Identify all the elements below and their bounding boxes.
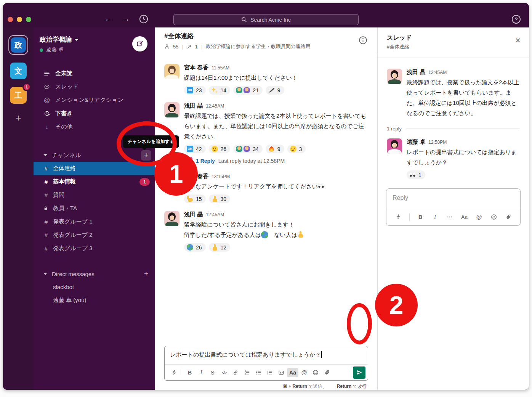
reaction-pill[interactable]: 42 bbox=[184, 145, 206, 153]
dm-section-header[interactable]: Direct messages + bbox=[34, 267, 155, 280]
avatar[interactable] bbox=[164, 211, 179, 226]
avatar[interactable] bbox=[164, 102, 179, 117]
sidebar-item-all-unreads[interactable]: 全未読 bbox=[34, 67, 155, 80]
channel-title: #全体連絡 bbox=[164, 32, 368, 40]
message-timestamp[interactable]: 12:45AM bbox=[206, 212, 224, 217]
smirk-emoji bbox=[290, 146, 296, 152]
hint-shortcut: ⌘ + Return bbox=[283, 384, 307, 389]
avatar[interactable] bbox=[164, 64, 179, 79]
sidebar-item-threads[interactable]: スレッド bbox=[34, 80, 155, 93]
history-clock-icon[interactable] bbox=[139, 14, 149, 24]
pin-count[interactable]: 1 bbox=[195, 44, 198, 50]
reaction-pill[interactable]: 23 bbox=[184, 86, 206, 95]
message-author[interactable]: 浅田 晶 bbox=[184, 211, 203, 218]
workspace-switcher-literature[interactable]: 文 bbox=[8, 61, 28, 81]
message-timestamp[interactable]: 11:55AM bbox=[212, 65, 229, 71]
add-dm-button[interactable]: + bbox=[141, 269, 151, 279]
pin-icon[interactable] bbox=[187, 44, 192, 49]
reaction-pill[interactable]: 9 bbox=[266, 145, 284, 153]
reaction-pill[interactable]: 3 bbox=[287, 145, 306, 153]
mention-button[interactable]: @ bbox=[473, 212, 485, 222]
emoji-picker-icon[interactable] bbox=[310, 367, 321, 378]
info-icon[interactable] bbox=[359, 36, 367, 45]
channel-item-shitsumon[interactable]: # 質問 bbox=[34, 188, 155, 202]
link-icon[interactable] bbox=[230, 367, 241, 378]
workspace-switcher-politics[interactable]: 政 bbox=[8, 35, 28, 55]
reply-input[interactable]: Reply bbox=[386, 189, 520, 208]
message-timestamp[interactable]: 13:15PM bbox=[212, 174, 230, 179]
reaction-pill[interactable]: 26 bbox=[184, 243, 206, 252]
new-message-button[interactable] bbox=[132, 36, 147, 51]
blockquote-icon[interactable] bbox=[264, 367, 276, 378]
reaction-count: 21 bbox=[253, 87, 259, 93]
emoji-picker-icon[interactable] bbox=[488, 212, 500, 222]
members-icon[interactable] bbox=[164, 44, 170, 49]
channel-name: 全体連絡 bbox=[53, 165, 76, 172]
reaction-pill[interactable]: 12 bbox=[209, 243, 231, 252]
reaction-pill[interactable]: 26 bbox=[209, 145, 231, 153]
sidebar-item-mentions[interactable]: @ メンション&リアクション bbox=[34, 93, 155, 107]
message-timestamp[interactable]: 12:45AM bbox=[428, 70, 447, 75]
reaction-pill[interactable]: 9 bbox=[266, 86, 284, 95]
avatar[interactable] bbox=[387, 138, 402, 154]
code-block-icon[interactable] bbox=[276, 367, 287, 378]
message-timestamp[interactable]: 12:58PM bbox=[428, 140, 447, 145]
close-icon[interactable]: × bbox=[515, 36, 521, 45]
channel-item-happyo-group-3[interactable]: # 発表グループ 3 bbox=[34, 242, 155, 255]
format-toggle-button[interactable]: Aa bbox=[287, 368, 298, 377]
channel-item-happyo-group-1[interactable]: # 発表グループ 1 bbox=[34, 215, 155, 228]
avatar[interactable] bbox=[387, 69, 402, 84]
channel-item-kihon-joho[interactable]: # 基本情報 1 bbox=[34, 175, 155, 188]
reaction-pill[interactable]: 34 bbox=[233, 145, 263, 153]
message-author[interactable]: 浅田 晶 bbox=[184, 102, 203, 109]
shortcuts-lightning-icon[interactable] bbox=[393, 212, 404, 222]
message-author[interactable]: 浅田 晶 bbox=[407, 69, 425, 76]
history-forward-button[interactable]: → bbox=[120, 14, 131, 24]
message-composer: レポートの提出書式については指定ありますでしょうか？ B I S </> 12 … bbox=[164, 346, 368, 381]
reaction-pill[interactable]: 15 bbox=[184, 194, 206, 203]
sidebar-item-drafts[interactable]: 下書き bbox=[34, 107, 155, 120]
dm-item-slackbot[interactable]: slackbot bbox=[34, 280, 155, 294]
ordered-list-icon[interactable]: 12 bbox=[241, 367, 253, 378]
reaction-pill[interactable]: 21 bbox=[233, 86, 263, 95]
bullet-list-icon[interactable] bbox=[253, 367, 264, 378]
workspace-switcher-engineering[interactable]: 1 工 bbox=[8, 85, 28, 105]
bold-button[interactable]: B bbox=[415, 212, 426, 222]
channel-item-happyo-group-2[interactable]: # 発表グループ 2 bbox=[34, 228, 155, 242]
minimize-window-button[interactable] bbox=[17, 17, 22, 22]
format-toggle-button[interactable]: Aa bbox=[459, 212, 470, 222]
bowing-people-emoji bbox=[236, 87, 250, 93]
thread-channel-name: #全体連絡 bbox=[387, 43, 520, 50]
message-input[interactable]: レポートの提出書式については指定ありますでしょうか？ bbox=[165, 346, 368, 364]
mention-button[interactable]: @ bbox=[298, 367, 310, 378]
code-button[interactable]: </> bbox=[218, 367, 230, 378]
dm-item-self[interactable]: 遠藤 卓 (you) bbox=[34, 294, 155, 307]
thread-link[interactable]: 1 Reply Last reply today at 12:58PM bbox=[184, 157, 368, 165]
message-timestamp[interactable]: 12:45AM bbox=[206, 103, 224, 109]
reaction-pill[interactable]: 30 bbox=[209, 194, 231, 203]
channel-item-kyoin-ta[interactable]: 教員・TA bbox=[34, 202, 155, 215]
strikethrough-button[interactable]: S bbox=[207, 367, 218, 378]
channel-topic[interactable]: 政治学概論に参加する学生・教職員間の連絡用 bbox=[206, 43, 310, 50]
attach-paperclip-icon[interactable] bbox=[503, 212, 514, 222]
help-icon[interactable]: ? bbox=[512, 15, 521, 24]
close-window-button[interactable] bbox=[8, 17, 13, 22]
italic-button[interactable]: I bbox=[195, 367, 207, 378]
add-workspace-button[interactable]: + bbox=[12, 112, 24, 124]
message-author[interactable]: 宮本 春香 bbox=[184, 64, 208, 71]
reaction-pill[interactable]: 14 bbox=[209, 86, 231, 95]
zoom-window-button[interactable] bbox=[26, 17, 31, 22]
member-count[interactable]: 55 bbox=[173, 44, 178, 50]
search-input[interactable]: Search Acme Inc bbox=[173, 14, 359, 25]
message: 浅田 晶 12:45AM 最終課題では、授業で扱った論文を2本以上使ってレポート… bbox=[164, 102, 368, 165]
more-options-button[interactable]: ··· bbox=[444, 212, 455, 222]
bold-button[interactable]: B bbox=[184, 367, 195, 378]
thread-pane: スレッド #全体連絡 × 浅田 晶 12:45AM 最終課題では、授業で扱った論… bbox=[377, 27, 529, 390]
reaction-pill[interactable]: 1 bbox=[407, 170, 425, 179]
attach-paperclip-icon[interactable] bbox=[321, 367, 333, 378]
send-button[interactable] bbox=[353, 366, 365, 379]
shortcuts-lightning-icon[interactable] bbox=[168, 367, 180, 378]
history-back-button[interactable]: ← bbox=[103, 14, 114, 24]
message-author[interactable]: 遠藤 卓 bbox=[407, 138, 425, 146]
italic-button[interactable]: I bbox=[429, 212, 441, 222]
